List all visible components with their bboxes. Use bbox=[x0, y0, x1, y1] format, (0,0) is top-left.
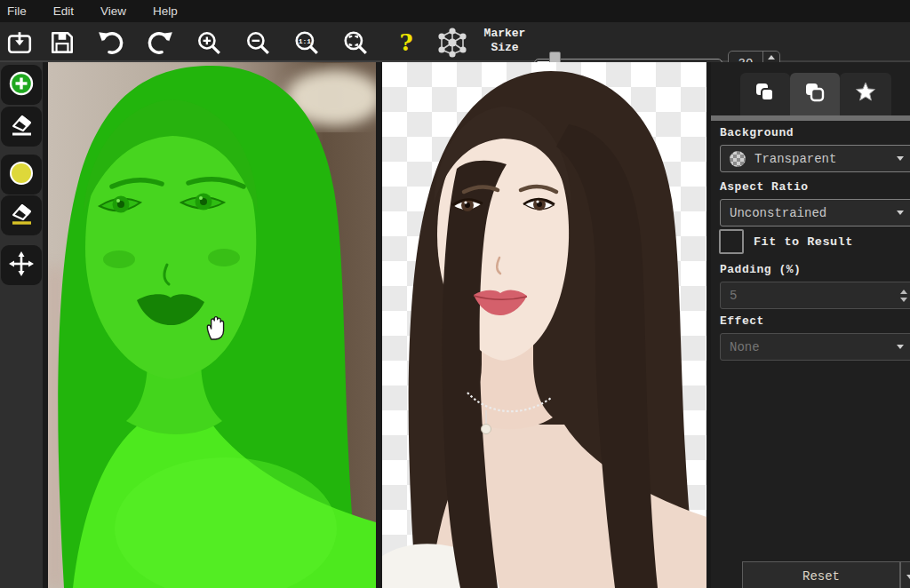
padding-spinbox[interactable]: 5 bbox=[720, 282, 910, 309]
help-button[interactable]: ? bbox=[391, 28, 421, 58]
menu-edit[interactable]: Edit bbox=[53, 4, 74, 18]
canvas-area bbox=[43, 62, 711, 588]
reset-dropdown-button[interactable] bbox=[900, 561, 910, 588]
background-value: Transparent bbox=[754, 152, 836, 166]
zoom-actual-icon: 1:1 bbox=[293, 29, 320, 56]
zoom-fit-icon bbox=[342, 29, 369, 56]
eraser-white-icon bbox=[8, 112, 35, 142]
dropdown-arrow-icon bbox=[897, 156, 904, 161]
toolbar: 1:1 ? Marker Size 30 bbox=[0, 22, 910, 62]
result-portrait-graphic bbox=[382, 62, 706, 588]
aspect-ratio-label: Aspect Ratio bbox=[720, 180, 809, 194]
tab-favorites[interactable] bbox=[840, 73, 891, 115]
result-image-view[interactable] bbox=[382, 62, 706, 588]
add-background-marker-tool[interactable] bbox=[1, 155, 42, 195]
dropdown-arrow-icon bbox=[897, 211, 904, 215]
segmentation-button[interactable] bbox=[432, 28, 473, 58]
menu-view[interactable]: View bbox=[100, 4, 126, 18]
redo-icon bbox=[146, 29, 174, 56]
dropdown-arrow-icon bbox=[906, 575, 910, 579]
padding-spin-arrows[interactable] bbox=[897, 282, 910, 308]
green-plus-icon bbox=[8, 70, 35, 100]
reset-label: Reset bbox=[802, 569, 840, 584]
yellow-circle-icon bbox=[8, 160, 35, 190]
redo-button[interactable] bbox=[145, 28, 175, 58]
menu-help[interactable]: Help bbox=[153, 4, 178, 18]
tool-sidebar bbox=[0, 62, 43, 588]
transparent-swatch-icon bbox=[730, 151, 746, 167]
effect-label: Effect bbox=[720, 314, 764, 328]
erase-background-marker-tool[interactable] bbox=[1, 195, 42, 235]
erase-foreground-marker-tool[interactable] bbox=[1, 107, 42, 147]
save-icon bbox=[49, 29, 76, 56]
tab-mask[interactable] bbox=[790, 73, 840, 115]
up-arrow-icon bbox=[900, 290, 907, 294]
input-image-view[interactable] bbox=[48, 62, 376, 588]
open-hand-cursor bbox=[204, 314, 228, 340]
pan-tool[interactable] bbox=[1, 245, 42, 285]
import-button[interactable] bbox=[4, 28, 35, 58]
background-select[interactable]: Transparent bbox=[720, 145, 910, 172]
aspect-ratio-select[interactable]: Unconstrained bbox=[720, 199, 910, 226]
panel-scrollbar[interactable] bbox=[711, 115, 910, 121]
menu-bar: File Edit View Help bbox=[0, 0, 910, 22]
up-arrow-icon bbox=[768, 55, 775, 60]
zoom-in-icon bbox=[196, 29, 222, 56]
zoom-actual-button[interactable]: 1:1 bbox=[291, 28, 322, 58]
star-icon bbox=[853, 80, 878, 108]
fit-to-result-label: Fit to Result bbox=[754, 235, 853, 249]
zoom-out-button[interactable] bbox=[243, 28, 273, 58]
undo-icon bbox=[97, 29, 125, 56]
eraser-yellow-icon bbox=[8, 201, 35, 231]
undo-button[interactable] bbox=[96, 28, 126, 58]
copy-outline-icon bbox=[802, 80, 827, 108]
marker-size-label: Marker Size bbox=[480, 27, 530, 56]
menu-file[interactable]: File bbox=[7, 4, 27, 18]
padding-value: 5 bbox=[730, 289, 737, 303]
move-arrows-icon bbox=[8, 250, 35, 281]
reset-button[interactable]: Reset bbox=[742, 561, 900, 588]
save-button[interactable] bbox=[47, 28, 77, 58]
effect-select[interactable]: None bbox=[720, 333, 910, 361]
zoom-out-icon bbox=[244, 29, 271, 56]
aspect-ratio-value: Unconstrained bbox=[730, 206, 826, 220]
zoom-in-button[interactable] bbox=[194, 28, 224, 58]
import-icon bbox=[6, 29, 33, 56]
fit-to-result-checkbox[interactable] bbox=[719, 229, 744, 254]
effect-value: None bbox=[730, 340, 760, 354]
tab-layers[interactable] bbox=[740, 73, 790, 115]
down-arrow-icon bbox=[900, 298, 907, 302]
copy-filled-icon bbox=[753, 80, 778, 108]
background-label: Background bbox=[720, 126, 794, 139]
segmentation-icon bbox=[433, 25, 472, 60]
padding-label: Padding (%) bbox=[720, 263, 801, 276]
svg-text:1:1: 1:1 bbox=[299, 37, 312, 45]
dropdown-arrow-icon bbox=[897, 345, 904, 349]
zoom-fit-button[interactable] bbox=[340, 28, 371, 58]
settings-panel: Background Transparent Aspect Ratio Unco… bbox=[711, 62, 910, 588]
help-icon: ? bbox=[399, 29, 412, 56]
add-foreground-marker-tool[interactable] bbox=[1, 65, 42, 105]
